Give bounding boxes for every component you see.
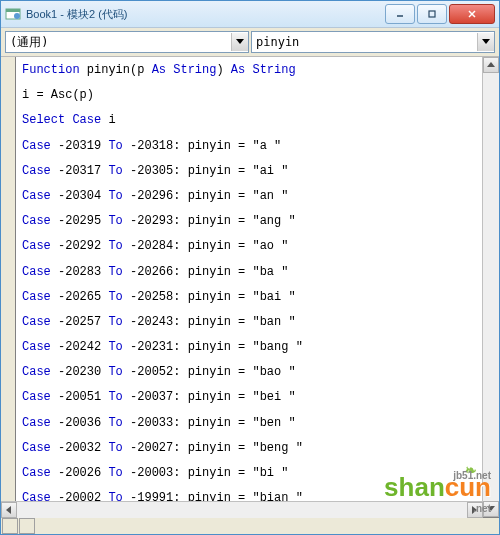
chevron-down-icon[interactable] — [477, 33, 494, 51]
code-line[interactable]: Case -20265 To -20258: pinyin = "bai " — [22, 288, 476, 307]
code-line[interactable]: Case -20026 To -20003: pinyin = "bi " — [22, 464, 476, 483]
minimize-button[interactable] — [385, 4, 415, 24]
code-line[interactable]: Function pinyin(p As String) As String — [22, 61, 476, 80]
svg-marker-8 — [482, 39, 490, 44]
object-combo-value: (通用) — [6, 34, 231, 51]
code-line[interactable]: Case -20283 To -20266: pinyin = "ba " — [22, 263, 476, 282]
code-line[interactable]: Select Case i — [22, 111, 476, 130]
scroll-up-arrow-icon[interactable] — [483, 57, 499, 73]
view-selector-bar — [1, 517, 499, 534]
horizontal-scrollbar[interactable] — [1, 501, 483, 518]
close-button[interactable] — [449, 4, 495, 24]
code-line[interactable]: Case -20304 To -20296: pinyin = "an " — [22, 187, 476, 206]
svg-marker-10 — [487, 506, 495, 511]
code-line[interactable]: Case -20051 To -20037: pinyin = "bei " — [22, 388, 476, 407]
editor-area: Function pinyin(p As String) As Stringi … — [1, 57, 499, 517]
ide-window: Book1 - 模块2 (代码) (通用) pinyin Function pi… — [0, 0, 500, 535]
maximize-button[interactable] — [417, 4, 447, 24]
margin-indicator-bar — [1, 57, 16, 517]
title-bar[interactable]: Book1 - 模块2 (代码) — [1, 1, 499, 28]
code-line[interactable]: Case -20319 To -20318: pinyin = "a " — [22, 137, 476, 156]
object-combo[interactable]: (通用) — [5, 31, 249, 53]
code-line[interactable]: i = Asc(p) — [22, 86, 476, 105]
procedure-view-button[interactable] — [2, 518, 18, 534]
svg-rect-4 — [429, 11, 435, 17]
code-line[interactable]: Case -20032 To -20027: pinyin = "beng " — [22, 439, 476, 458]
scroll-right-arrow-icon[interactable] — [467, 502, 483, 518]
svg-rect-1 — [6, 9, 20, 12]
code-editor[interactable]: Function pinyin(p As String) As Stringi … — [16, 57, 482, 517]
code-line[interactable]: Case -20036 To -20033: pinyin = "ben " — [22, 414, 476, 433]
window-title: Book1 - 模块2 (代码) — [26, 7, 385, 22]
code-line[interactable]: Case -20230 To -20052: pinyin = "bao " — [22, 363, 476, 382]
code-line[interactable]: Case -20295 To -20293: pinyin = "ang " — [22, 212, 476, 231]
code-line[interactable]: Case -20292 To -20284: pinyin = "ao " — [22, 237, 476, 256]
scroll-down-arrow-icon[interactable] — [483, 501, 499, 517]
svg-marker-7 — [236, 39, 244, 44]
svg-marker-9 — [487, 62, 495, 67]
svg-marker-11 — [6, 506, 11, 514]
procedure-combo-value: pinyin — [252, 35, 477, 49]
window-controls — [385, 4, 495, 24]
scroll-left-arrow-icon[interactable] — [1, 502, 17, 518]
code-line[interactable]: Case -20242 To -20231: pinyin = "bang " — [22, 338, 476, 357]
chevron-down-icon[interactable] — [231, 33, 248, 51]
app-icon — [5, 6, 21, 22]
scroll-track[interactable] — [17, 502, 467, 518]
svg-marker-12 — [472, 506, 477, 514]
svg-point-2 — [14, 13, 20, 19]
object-proc-bar: (通用) pinyin — [1, 28, 499, 57]
full-module-view-button[interactable] — [19, 518, 35, 534]
vertical-scrollbar[interactable] — [482, 57, 499, 517]
code-line[interactable]: Case -20317 To -20305: pinyin = "ai " — [22, 162, 476, 181]
code-line[interactable]: Case -20257 To -20243: pinyin = "ban " — [22, 313, 476, 332]
procedure-combo[interactable]: pinyin — [251, 31, 495, 53]
